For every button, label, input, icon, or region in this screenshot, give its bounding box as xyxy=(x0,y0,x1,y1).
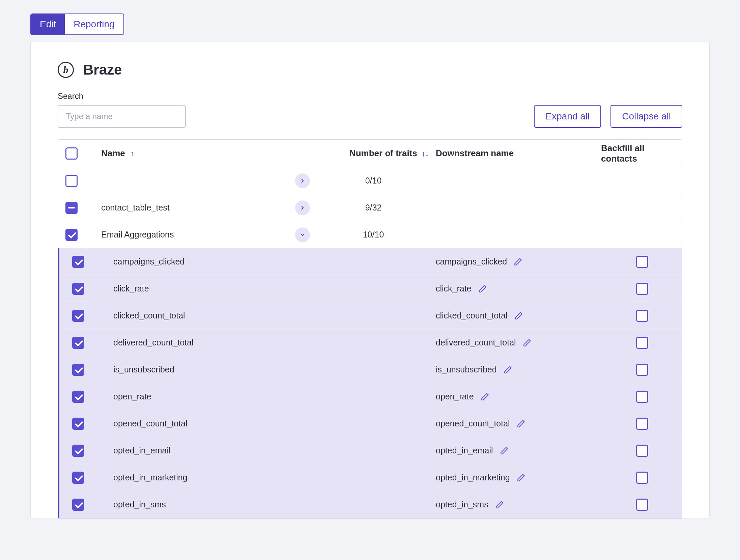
chevron-right-icon[interactable] xyxy=(295,200,310,215)
search-label: Search xyxy=(58,91,682,101)
trait-row: opened_count_total opened_count_total xyxy=(58,410,682,437)
trait-name: clicked_count_total xyxy=(113,311,185,320)
trait-checkbox[interactable] xyxy=(72,310,84,322)
trait-row: delivered_count_total delivered_count_to… xyxy=(58,329,682,356)
backfill-checkbox[interactable] xyxy=(636,283,648,295)
edit-pencil-icon[interactable] xyxy=(495,500,504,509)
edit-pencil-icon[interactable] xyxy=(478,284,487,293)
column-name[interactable]: Name xyxy=(101,148,125,159)
page-title: Braze xyxy=(83,62,122,78)
downstream-name: opened_count_total xyxy=(436,419,510,428)
backfill-checkbox[interactable] xyxy=(636,472,648,484)
trait-checkbox[interactable] xyxy=(72,364,84,376)
trait-row: is_unsubscribed is_unsubscribed xyxy=(58,356,682,383)
trait-name: opted_in_sms xyxy=(113,500,166,509)
backfill-checkbox[interactable] xyxy=(636,391,648,403)
backfill-checkbox[interactable] xyxy=(636,418,648,430)
downstream-name: is_unsubscribed xyxy=(436,365,497,374)
trait-checkbox[interactable] xyxy=(72,391,84,403)
search-input[interactable] xyxy=(58,105,186,128)
edit-pencil-icon[interactable] xyxy=(517,473,525,482)
group-row: Email Aggregations 10/10 xyxy=(58,221,682,248)
trait-checkbox[interactable] xyxy=(72,256,84,268)
edit-pencil-icon[interactable] xyxy=(514,257,522,266)
trait-name: open_rate xyxy=(113,392,151,401)
traits-count: 9/32 xyxy=(365,203,382,212)
trait-row: clicked_count_total clicked_count_total xyxy=(58,302,682,329)
trait-row: opted_in_marketing opted_in_marketing xyxy=(58,464,682,491)
trait-name: click_rate xyxy=(113,284,149,293)
group-checkbox[interactable] xyxy=(65,175,78,187)
group-checkbox[interactable] xyxy=(65,229,78,241)
trait-row: campaigns_clicked campaigns_clicked xyxy=(58,248,682,275)
column-downstream: Downstream name xyxy=(436,148,514,159)
chevron-down-icon[interactable] xyxy=(295,227,310,242)
trait-checkbox[interactable] xyxy=(72,445,84,457)
downstream-name: open_rate xyxy=(436,392,474,401)
sort-asc-icon[interactable]: ↑ xyxy=(131,149,134,158)
trait-row: opted_in_email opted_in_email xyxy=(58,437,682,464)
downstream-name: opted_in_marketing xyxy=(436,473,510,482)
braze-icon: b xyxy=(58,62,74,78)
edit-pencil-icon[interactable] xyxy=(517,419,525,428)
trait-name: is_unsubscribed xyxy=(113,365,174,374)
trait-checkbox[interactable] xyxy=(72,283,84,295)
edit-pencil-icon[interactable] xyxy=(481,392,489,401)
table-header-row: Name ↑ Number of traits ↑↓ Downstream na… xyxy=(58,140,682,167)
trait-row: open_rate open_rate xyxy=(58,383,682,410)
page-tabs: Edit Reporting xyxy=(30,13,124,35)
downstream-name: click_rate xyxy=(436,284,472,293)
group-row: contact_table_test 9/32 xyxy=(58,194,682,221)
edit-pencil-icon[interactable] xyxy=(500,446,509,455)
trait-name: opened_count_total xyxy=(113,419,188,428)
trait-checkbox[interactable] xyxy=(72,337,84,349)
expand-all-button[interactable]: Expand all xyxy=(534,105,601,128)
backfill-checkbox[interactable] xyxy=(636,310,648,322)
backfill-checkbox[interactable] xyxy=(636,364,648,376)
downstream-name: delivered_count_total xyxy=(436,338,516,347)
select-all-checkbox[interactable] xyxy=(65,147,78,160)
trait-name: campaigns_clicked xyxy=(113,257,184,267)
downstream-name: campaigns_clicked xyxy=(436,257,507,267)
backfill-checkbox[interactable] xyxy=(636,337,648,349)
backfill-checkbox[interactable] xyxy=(636,445,648,457)
group-row: 0/10 xyxy=(58,167,682,194)
column-backfill: Backfill all contacts xyxy=(601,143,668,164)
backfill-checkbox[interactable] xyxy=(636,499,648,511)
tab-reporting[interactable]: Reporting xyxy=(65,14,123,34)
traits-count: 0/10 xyxy=(365,176,382,185)
trait-name: delivered_count_total xyxy=(113,338,194,347)
trait-name: opted_in_email xyxy=(113,446,171,455)
trait-checkbox[interactable] xyxy=(72,472,84,484)
backfill-checkbox[interactable] xyxy=(636,256,648,268)
group-name: contact_table_test xyxy=(101,203,170,213)
column-traits[interactable]: Number of traits xyxy=(349,148,417,158)
traits-count: 10/10 xyxy=(363,230,384,239)
downstream-name: opted_in_email xyxy=(436,446,493,455)
trait-row: opted_in_sms opted_in_sms xyxy=(58,491,682,518)
trait-checkbox[interactable] xyxy=(72,418,84,430)
edit-pencil-icon[interactable] xyxy=(504,365,512,374)
trait-checkbox[interactable] xyxy=(72,499,84,511)
sort-both-icon[interactable]: ↑↓ xyxy=(422,149,429,158)
chevron-right-icon[interactable] xyxy=(295,173,310,188)
traits-table: Name ↑ Number of traits ↑↓ Downstream na… xyxy=(58,139,682,519)
tab-edit[interactable]: Edit xyxy=(31,14,65,34)
edit-pencil-icon[interactable] xyxy=(514,311,523,320)
downstream-name: opted_in_sms xyxy=(436,500,488,509)
trait-name: opted_in_marketing xyxy=(113,473,188,482)
collapse-all-button[interactable]: Collapse all xyxy=(610,105,682,128)
trait-row: click_rate click_rate xyxy=(58,275,682,302)
group-name: Email Aggregations xyxy=(101,230,174,240)
group-checkbox[interactable] xyxy=(65,202,78,214)
edit-pencil-icon[interactable] xyxy=(523,338,532,347)
content-card: b Braze Search Expand all Collapse all N… xyxy=(30,41,710,519)
downstream-name: clicked_count_total xyxy=(436,311,508,320)
